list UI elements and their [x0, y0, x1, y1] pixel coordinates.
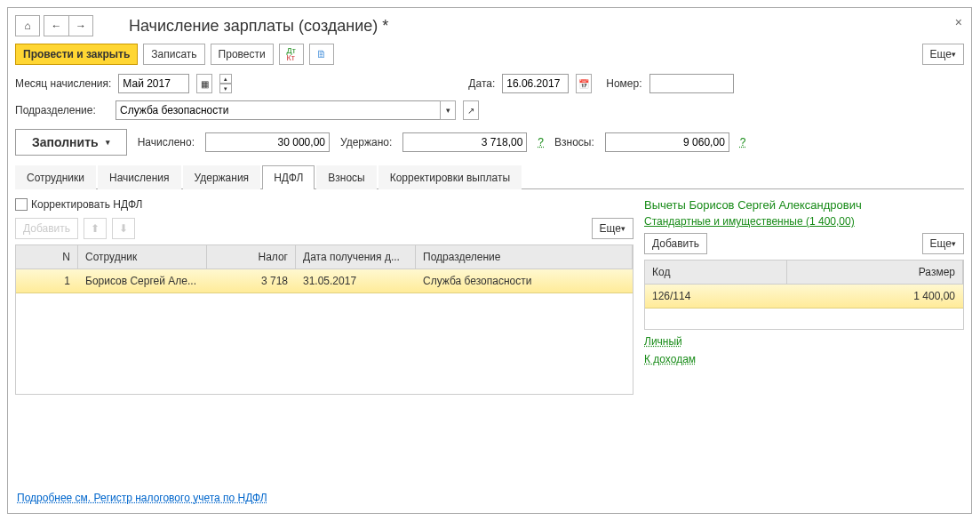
- col-employee-header[interactable]: Сотрудник: [78, 245, 207, 269]
- month-input[interactable]: [118, 74, 189, 93]
- close-button[interactable]: ×: [955, 15, 962, 29]
- forward-button[interactable]: →: [68, 15, 93, 36]
- add-row-button[interactable]: Добавить: [15, 218, 78, 239]
- register-link[interactable]: Подробнее см. Регистр налогового учета п…: [17, 492, 267, 504]
- number-label: Номер:: [606, 77, 641, 90]
- ndfl-table: N Сотрудник Налог Дата получения д... По…: [15, 244, 633, 395]
- tab-deductions[interactable]: Удержания: [183, 165, 261, 189]
- col-date-header[interactable]: Дата получения д...: [296, 245, 416, 269]
- cell-employee: Борисов Сергей Але...: [78, 269, 207, 293]
- personal-link[interactable]: Личный: [644, 335, 964, 348]
- col-tax-header[interactable]: Налог: [207, 245, 296, 269]
- contrib-input[interactable]: [605, 132, 729, 152]
- withheld-hint[interactable]: ?: [538, 136, 544, 148]
- month-down-button[interactable]: ▾: [219, 84, 232, 93]
- deductions-table: Код Размер 126/114 1 400,00: [644, 260, 964, 330]
- correct-ndfl-label: Корректировать НДФЛ: [31, 198, 142, 211]
- month-up-button[interactable]: ▴: [219, 74, 232, 84]
- correct-ndfl-checkbox[interactable]: [15, 198, 28, 211]
- tabs: Сотрудники Начисления Удержания НДФЛ Взн…: [15, 164, 964, 189]
- number-input[interactable]: [649, 74, 734, 93]
- month-picker-button[interactable]: ▦: [196, 74, 212, 93]
- month-label: Месяц начисления:: [15, 77, 111, 90]
- cell-tax: 3 718: [207, 269, 296, 293]
- contrib-label: Взносы:: [554, 136, 594, 148]
- cell-date: 31.05.2017: [296, 269, 416, 293]
- home-button[interactable]: ⌂: [15, 15, 40, 36]
- income-link[interactable]: К доходам: [644, 353, 964, 365]
- date-input[interactable]: [502, 74, 569, 93]
- withheld-input[interactable]: [402, 132, 527, 152]
- tab-contributions[interactable]: Взносы: [316, 165, 376, 189]
- department-dropdown-button[interactable]: ▾: [440, 100, 456, 120]
- std-deductions-link[interactable]: Стандартные и имущественные (1 400,00): [644, 215, 964, 228]
- post-and-close-button[interactable]: Провести и закрыть: [15, 44, 138, 65]
- tab-accruals[interactable]: Начисления: [98, 165, 181, 189]
- col-size-header[interactable]: Размер: [787, 260, 963, 284]
- cell-size: 1 400,00: [787, 285, 963, 308]
- accrued-label: Начислено:: [138, 136, 195, 148]
- more-button[interactable]: Еще: [922, 44, 964, 65]
- add-deduction-button[interactable]: Добавить: [644, 233, 707, 254]
- table-more-button[interactable]: Еще: [592, 218, 633, 239]
- dtkt-button[interactable]: ДтКт: [279, 44, 304, 65]
- tab-ndfl[interactable]: НДФЛ: [262, 165, 315, 189]
- date-label: Дата:: [468, 77, 495, 90]
- fill-button[interactable]: Заполнить: [15, 129, 127, 156]
- cell-dept: Служба безопасности: [416, 269, 633, 293]
- deductions-title: Вычеты Борисов Сергей Александрович: [644, 198, 964, 212]
- move-down-button[interactable]: ⬇: [112, 218, 135, 239]
- department-label: Подразделение:: [15, 104, 108, 116]
- document-button[interactable]: 🗎: [309, 44, 334, 65]
- tab-payment-corrections[interactable]: Корректировки выплаты: [378, 165, 522, 189]
- contrib-hint[interactable]: ?: [740, 136, 746, 148]
- cell-code: 126/114: [645, 285, 787, 308]
- department-open-button[interactable]: ↗: [463, 100, 479, 120]
- save-button[interactable]: Записать: [143, 44, 204, 65]
- move-up-button[interactable]: ⬆: [84, 218, 107, 239]
- post-button[interactable]: Провести: [211, 44, 274, 65]
- back-button[interactable]: ←: [44, 15, 68, 36]
- department-input[interactable]: [116, 100, 440, 120]
- col-code-header[interactable]: Код: [645, 260, 787, 284]
- deductions-more-button[interactable]: Еще: [922, 233, 964, 254]
- table-row[interactable]: 1 Борисов Сергей Але... 3 718 31.05.2017…: [16, 269, 633, 293]
- accrued-input[interactable]: [205, 132, 330, 152]
- page-title: Начисление зарплаты (создание) *: [129, 17, 388, 36]
- col-n-header[interactable]: N: [16, 245, 78, 269]
- withheld-label: Удержано:: [340, 136, 392, 148]
- table-row[interactable]: 126/114 1 400,00: [645, 285, 963, 309]
- date-picker-button[interactable]: [576, 74, 592, 93]
- cell-n: 1: [16, 269, 78, 293]
- tab-employees[interactable]: Сотрудники: [15, 165, 96, 189]
- col-dept-header[interactable]: Подразделение: [416, 245, 633, 269]
